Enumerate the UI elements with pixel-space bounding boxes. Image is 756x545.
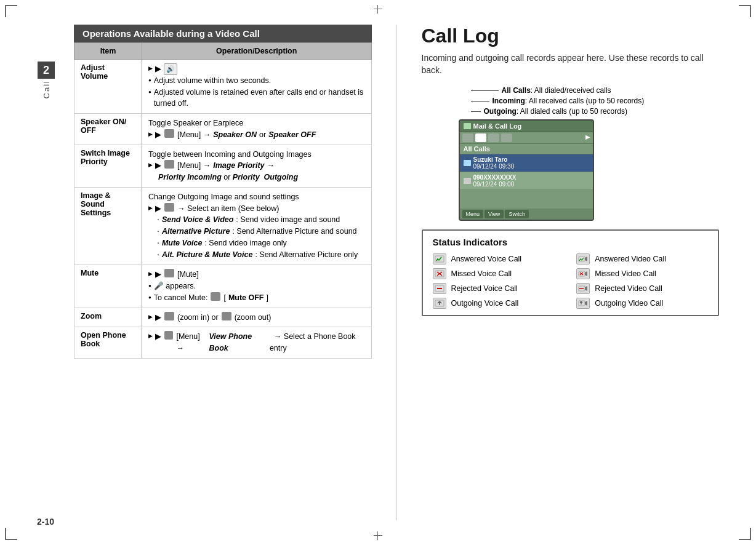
table-row: Open PhoneBook ▶ [Menu] → View Phone Boo… <box>74 327 372 359</box>
table-row: Zoom ▶ (zoom in) or (zoom out) <box>74 308 372 327</box>
item-desc: ▶ (zoom in) or (zoom out) <box>142 308 372 327</box>
status-item-outgoing-video: Outgoing Video Call <box>576 298 708 309</box>
screen-allcalls-label: All Calls <box>460 144 593 154</box>
rejected-video-icon <box>576 283 590 294</box>
item-label: Open PhoneBook <box>74 327 142 359</box>
item-desc: ▶ 🔊 Adjust volume within two seconds. Ad… <box>142 60 372 114</box>
annotation-all-calls: All Calls: All dialed/received calls <box>502 86 611 95</box>
calllog-screen: Mail & Call Log ▶ All Calls Suzuki Taro <box>459 119 594 221</box>
answered-video-icon <box>576 253 590 265</box>
section-title: Operations Available during a Video Call <box>74 25 372 42</box>
status-indicators-title: Status Indicators <box>433 237 709 247</box>
page-divider <box>396 25 397 520</box>
corner-mark-bl <box>5 528 17 540</box>
status-item-outgoing-voice: Outgoing Voice Call <box>433 298 565 309</box>
outgoing-video-icon <box>576 298 590 309</box>
corner-mark-br <box>739 528 751 540</box>
cross-mark-top <box>374 5 382 14</box>
tab-indicator: 2 Call <box>37 25 55 520</box>
screen-header-icon <box>464 123 471 129</box>
calllog-entry-selected[interactable]: Suzuki Taro 09/12/24 09:30 <box>460 154 593 172</box>
right-content: Call Log Incoming and outgoing call reco… <box>422 25 720 520</box>
item-label: Mute <box>74 265 142 308</box>
status-item-missed-video: Missed Video Call <box>576 268 708 279</box>
col-header-item: Item <box>74 43 142 60</box>
item-desc: Change Outgoing Image and sound settings… <box>142 187 372 265</box>
status-label: Outgoing Video Call <box>595 299 663 308</box>
status-label: Rejected Voice Call <box>451 284 518 293</box>
entry-info: Suzuki Taro 09/12/24 09:30 <box>473 156 515 170</box>
screen-tabs: ▶ <box>460 132 593 144</box>
table-row: Switch ImagePriority Toggle between Inco… <box>74 145 372 187</box>
entry-icon <box>464 178 471 184</box>
status-item-rejected-voice: Rejected Voice Call <box>433 283 565 294</box>
item-label: AdjustVolume <box>74 60 142 114</box>
table-row: Mute ▶ [Mute] 🎤 appears. To cancel Mute:… <box>74 265 372 308</box>
svg-marker-5 <box>585 271 587 276</box>
item-desc: Toggle Speaker or Earpiece ▶ [Menu] → Sp… <box>142 114 372 145</box>
status-item-rejected-video: Rejected Video Call <box>576 283 708 294</box>
switch-button[interactable]: Switch <box>505 210 529 218</box>
missed-voice-icon <box>433 268 446 279</box>
operations-table: Item Operation/Description AdjustVolume … <box>74 42 372 359</box>
entry-date: 09/12/24 09:00 <box>473 181 517 188</box>
status-label: Rejected Video Call <box>595 284 662 293</box>
annotation-outgoing: Outgoing: All dialed calls (up to 50 rec… <box>484 107 627 116</box>
screen-tab[interactable] <box>501 133 512 142</box>
col-header-desc: Operation/Description <box>142 43 372 60</box>
screen-header-text: Mail & Call Log <box>473 122 522 130</box>
screen-tab-active[interactable] <box>475 133 486 142</box>
calllog-entry[interactable]: 090XXXXXXXX 09/12/24 09:00 <box>460 172 593 190</box>
table-row: AdjustVolume ▶ 🔊 Adjust volume within tw… <box>74 60 372 114</box>
status-label: Answered Video Call <box>595 255 666 263</box>
entry-date: 09/12/24 09:30 <box>473 163 515 170</box>
outgoing-voice-icon <box>433 298 446 309</box>
cross-mark-bottom <box>374 531 382 540</box>
status-label: Missed Voice Call <box>451 269 512 278</box>
table-row: Speaker ON/OFF Toggle Speaker or Earpiec… <box>74 114 372 145</box>
status-item-answered-voice: Answered Voice Call <box>433 253 565 265</box>
call-log-description: Incoming and outgoing call records appea… <box>422 52 720 76</box>
corner-mark-tr <box>739 5 751 17</box>
screen-tab[interactable] <box>462 133 473 142</box>
svg-marker-8 <box>585 286 587 291</box>
status-grid: Answered Voice Call Answered Video Call <box>433 253 709 309</box>
left-content: Operations Available during a Video Call… <box>74 25 372 520</box>
status-label: Missed Video Call <box>595 269 656 278</box>
menu-button[interactable]: Menu <box>462 210 484 218</box>
corner-mark-tl <box>5 5 17 17</box>
status-item-answered-video: Answered Video Call <box>576 253 708 265</box>
entry-icon <box>464 160 471 166</box>
entry-name: Suzuki Taro <box>473 156 515 163</box>
status-indicators-section: Status Indicators Answered Voice Call <box>422 229 720 316</box>
answered-voice-icon <box>433 253 446 265</box>
status-item-missed-voice: Missed Voice Call <box>433 268 565 279</box>
call-log-title: Call Log <box>422 25 720 47</box>
annotation-incoming: Incoming: All received calls (up to 50 r… <box>493 97 645 105</box>
entry-name: 090XXXXXXXX <box>473 174 517 181</box>
page-container: 2 Call Operations Available during a Vid… <box>0 0 756 545</box>
item-label: Image &SoundSettings <box>74 187 142 265</box>
tab-label: Call <box>42 80 51 98</box>
tab-number: 2 <box>38 62 55 79</box>
rejected-voice-icon <box>433 283 446 294</box>
item-desc: ▶ [Mute] 🎤 appears. To cancel Mute: [Mut… <box>142 265 372 308</box>
missed-video-icon <box>576 268 590 279</box>
svg-marker-11 <box>585 301 587 306</box>
entry-info: 090XXXXXXXX 09/12/24 09:00 <box>473 174 517 188</box>
screen-header: Mail & Call Log <box>460 121 593 132</box>
screen-buttons: Menu View Switch <box>460 209 593 220</box>
tab-arrow: ▶ <box>585 133 590 142</box>
screen-tab[interactable] <box>488 133 499 142</box>
status-label: Answered Voice Call <box>451 255 522 263</box>
status-label: Outgoing Voice Call <box>451 299 519 308</box>
view-button[interactable]: View <box>485 210 504 218</box>
table-row: Image &SoundSettings Change Outgoing Ima… <box>74 187 372 265</box>
page-number: 2-10 <box>37 517 54 527</box>
item-label: Switch ImagePriority <box>74 145 142 187</box>
item-label: Zoom <box>74 308 142 327</box>
item-desc: ▶ [Menu] → View Phone Book → Select a Ph… <box>142 327 372 359</box>
item-desc: Toggle between Incoming and Outgoing Ima… <box>142 145 372 187</box>
item-label: Speaker ON/OFF <box>74 114 142 145</box>
svg-marker-2 <box>585 257 587 261</box>
